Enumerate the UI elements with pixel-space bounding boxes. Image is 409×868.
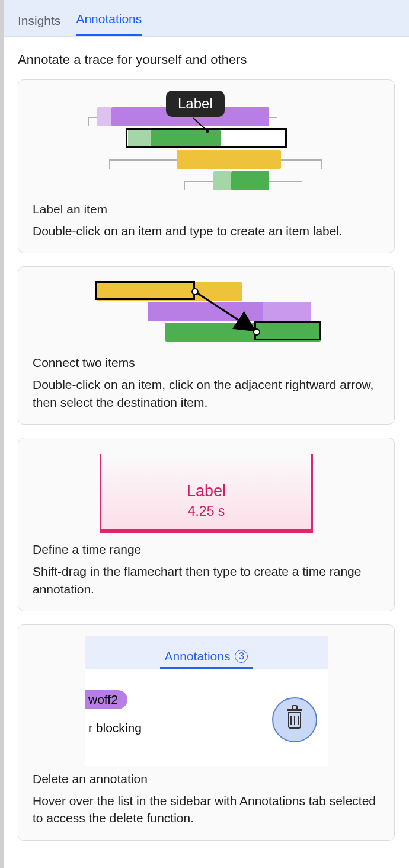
tab-annotations[interactable]: Annotations bbox=[76, 1, 142, 36]
illustration-delete-annotation: Annotations 3 woff2 r blocking bbox=[85, 636, 328, 766]
trash-icon bbox=[286, 710, 303, 730]
annotation-chip[interactable]: woff2 bbox=[85, 690, 127, 709]
card-delete-annotation: Annotations 3 woff2 r blocking Delete an… bbox=[18, 624, 395, 841]
card-text: Shift-drag in the flamechart then type t… bbox=[33, 563, 380, 598]
range-label: Label bbox=[100, 482, 313, 500]
delete-button[interactable] bbox=[272, 697, 317, 742]
card-text: Double-click on an item, click on the ad… bbox=[33, 376, 380, 411]
count-badge: 3 bbox=[235, 650, 248, 663]
illustration-label-item: Label bbox=[82, 91, 331, 197]
card-title: Label an item bbox=[33, 202, 380, 216]
card-text: Double-click on an item and type to crea… bbox=[33, 222, 380, 240]
tab-insights[interactable]: Insights bbox=[18, 3, 60, 36]
panel-content: Annotate a trace for yourself and others… bbox=[4, 37, 409, 868]
card-connect-items: Connect two items Double-click on an ite… bbox=[18, 266, 395, 425]
illustration-connect-items bbox=[79, 280, 334, 351]
card-title: Delete an annotation bbox=[33, 772, 380, 786]
tab-bar: Insights Annotations bbox=[4, 0, 409, 37]
range-time: 4.25 s bbox=[100, 503, 313, 519]
card-title: Define a time range bbox=[33, 542, 380, 557]
card-time-range: Label 4.25 s Define a time range Shift-d… bbox=[18, 438, 395, 611]
label-tooltip: Label bbox=[166, 91, 225, 117]
card-text: Hover over the list in the sidebar with … bbox=[33, 792, 380, 827]
panel-heading: Annotate a trace for yourself and others bbox=[18, 52, 395, 68]
card-title: Connect two items bbox=[33, 356, 380, 370]
illustration-time-range: Label 4.25 s bbox=[100, 454, 313, 537]
mini-tab-annotations[interactable]: Annotations 3 bbox=[160, 649, 253, 669]
card-label-item: Label Label an item Double-click on an i… bbox=[18, 79, 395, 253]
annotation-list-item[interactable]: r blocking bbox=[85, 719, 145, 738]
mini-tab-label: Annotations bbox=[165, 649, 231, 663]
